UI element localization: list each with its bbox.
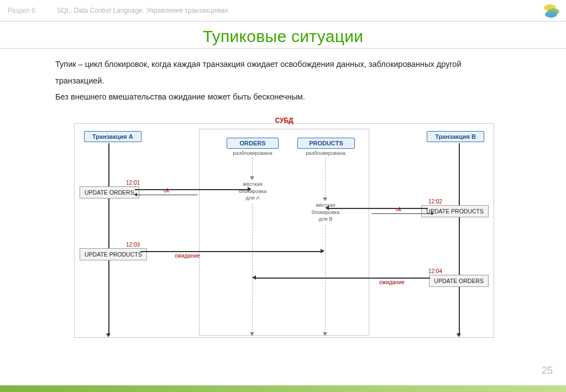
arrow-down-icon xyxy=(250,176,254,180)
transaction-a-box: Транзакция А xyxy=(84,131,142,142)
a2-wait-label: ожидание xyxy=(175,253,200,259)
b1-ok-arrow xyxy=(371,213,432,214)
a1-time: 12:01 xyxy=(126,180,140,186)
arrow-left-icon xyxy=(325,206,329,210)
arrow-left-icon xyxy=(252,275,256,280)
page-number: 25 xyxy=(542,365,553,377)
transaction-b-box: Транзакция В xyxy=(427,131,484,142)
subtitle-label: SQL. Data Control Language. Управление т… xyxy=(57,7,228,14)
arrow-down-icon xyxy=(250,332,254,336)
trans-b-lifeline xyxy=(459,143,460,334)
b2-time: 12:04 xyxy=(428,268,442,274)
header-divider xyxy=(0,21,566,22)
products-table-box: PRODUCTS xyxy=(297,138,355,149)
arrow-down-icon xyxy=(457,333,461,337)
arrow-right-icon xyxy=(321,249,324,253)
section-label: Раздел 6. xyxy=(8,7,37,14)
slide-title: Тупиковые ситуации xyxy=(0,27,566,46)
b2-action-box: UPDATE ORDERS xyxy=(429,275,489,287)
orders-table-box: ORDERS xyxy=(227,138,279,149)
orders-unlocked-label: разблокирована xyxy=(226,150,279,156)
a1-ok-label: ok xyxy=(164,187,170,194)
orders-lock-a-label: жёсткая блокировка для А xyxy=(233,181,272,201)
a2-arrow-out xyxy=(140,251,322,252)
b1-arrow-out xyxy=(328,208,428,209)
products-dash1 xyxy=(325,158,326,198)
arrow-down-icon xyxy=(323,332,327,336)
arrow-right-icon xyxy=(431,212,434,215)
a2-time: 12:03 xyxy=(126,242,140,248)
arrow-down-icon xyxy=(323,197,327,201)
arrow-right-icon xyxy=(248,187,251,191)
arrow-left-icon xyxy=(134,193,137,196)
b2-arrow-out xyxy=(255,278,430,279)
slide-header: Раздел 6. SQL. Data Control Language. Уп… xyxy=(0,0,566,20)
a1-arrow-out xyxy=(135,189,249,190)
title-divider xyxy=(0,48,566,49)
products-lock-b-label: жёсткая блокировка для В xyxy=(306,202,345,222)
products-dash2 xyxy=(325,225,326,333)
a2-action-box: UPDATE PRODUCTS xyxy=(80,248,147,260)
intro-p1: Тупик – цикл блокировок, когда каждая тр… xyxy=(55,56,509,89)
intro-text: Тупик – цикл блокировок, когда каждая тр… xyxy=(55,56,509,106)
deadlock-diagram: СУБД Транзакция А Транзакция В ORDERS ра… xyxy=(74,116,494,337)
dbms-title: СУБД xyxy=(74,117,494,124)
b1-action-box: UPDATE PRODUCTS xyxy=(421,205,489,217)
footer-bar xyxy=(0,385,566,392)
a1-ok-arrow xyxy=(137,195,198,195)
orders-dash1 xyxy=(252,158,253,177)
db-logo-icon xyxy=(544,4,558,17)
orders-dash2 xyxy=(252,204,253,333)
products-unlocked-label: разблокирована xyxy=(296,150,355,156)
b1-time: 12:02 xyxy=(428,198,442,205)
trans-a-lifeline xyxy=(108,143,109,334)
a1-action-box: UPDATE ORDERS xyxy=(80,186,139,198)
b2-wait-label: ожидание xyxy=(379,279,405,285)
b1-ok-label: ok xyxy=(396,206,402,212)
intro-p2: Без внешнего вмешательства ожидание може… xyxy=(55,89,509,106)
arrow-down-icon xyxy=(106,333,111,337)
dbms-box xyxy=(199,129,369,336)
